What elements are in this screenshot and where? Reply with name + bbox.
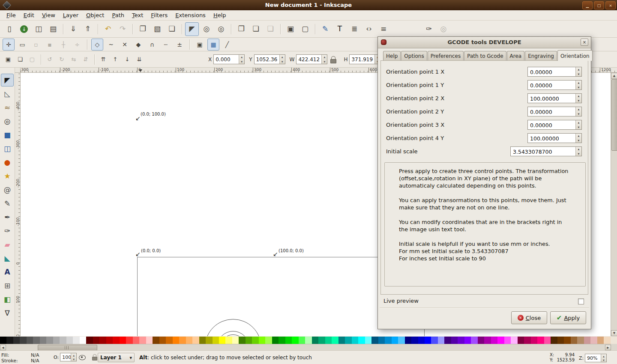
layer-lock-icon[interactable] <box>92 354 98 360</box>
palette-swatch[interactable] <box>332 337 338 344</box>
align-distribute-icon[interactable]: ≡ <box>377 22 390 36</box>
palette-swatch[interactable] <box>371 337 378 344</box>
snap-midpoints-icon[interactable]: ┄ <box>160 39 172 51</box>
palette-swatch[interactable] <box>265 337 272 344</box>
x-field[interactable]: 0.000 ▲▼ <box>213 54 245 64</box>
spin-down-icon[interactable]: ▼ <box>322 60 327 64</box>
spin-down-icon[interactable]: ▼ <box>280 60 285 64</box>
spin-value[interactable]: 0.00000 <box>528 67 575 76</box>
palette-swatch[interactable] <box>551 337 557 344</box>
y-field[interactable]: 1052.36 ▲▼ <box>254 54 285 64</box>
opacity-spinners[interactable]: ▲▼ <box>71 353 76 361</box>
opacity-value[interactable]: 100 <box>60 353 71 361</box>
palette-swatch[interactable] <box>438 337 444 344</box>
redo-icon[interactable]: ↷ <box>116 22 129 36</box>
snap-page-border-icon[interactable]: ▣ <box>194 39 206 51</box>
connector-tool[interactable]: ⊞ <box>1 279 14 292</box>
snap-bbox-icon[interactable]: ▭ <box>16 39 28 51</box>
vertical-scrollbar-thumb[interactable] <box>611 79 617 151</box>
select-all-icon[interactable]: ▣ <box>3 54 14 65</box>
tab-orientation[interactable]: Orientation <box>557 50 593 61</box>
spinbox[interactable]: 3.5433078700▲▼ <box>510 146 582 156</box>
palette-swatch[interactable] <box>252 337 258 344</box>
palette-swatch[interactable] <box>272 337 279 344</box>
spin-down-icon[interactable]: ▼ <box>239 60 244 64</box>
palette-swatch[interactable] <box>590 337 597 344</box>
snap-cusp-nodes-icon[interactable]: ◆ <box>132 39 144 51</box>
palette-swatch[interactable] <box>425 337 431 344</box>
snap-nodes-icon[interactable]: ◇ <box>91 39 103 51</box>
snap-grid-icon[interactable]: ▦ <box>207 39 219 51</box>
text-dialog-icon[interactable]: T <box>333 22 347 36</box>
x-field-spinners[interactable]: ▲▼ <box>239 55 244 64</box>
undo-icon[interactable]: ↶ <box>101 22 115 36</box>
horizontal-scrollbar-thumb[interactable] <box>38 345 97 351</box>
spin-buttons[interactable]: ▲▼ <box>575 120 581 129</box>
palette-swatch[interactable] <box>279 337 285 344</box>
select-all-layers-icon[interactable]: ❏ <box>15 54 26 65</box>
palette-swatch[interactable] <box>139 337 146 344</box>
palette-swatch[interactable] <box>557 337 564 344</box>
zoom-value[interactable]: 90% <box>585 354 601 362</box>
document-new-icon[interactable]: ▯ <box>3 22 16 36</box>
spinbox[interactable]: 0.00000▲▼ <box>527 120 582 130</box>
scroll-up-icon[interactable]: ▲ <box>611 73 617 79</box>
selector-tool[interactable]: ◤ <box>1 74 14 87</box>
spin-up-icon[interactable]: ▲ <box>576 94 581 98</box>
palette-swatch[interactable] <box>113 337 119 344</box>
palette-swatch[interactable] <box>219 337 225 344</box>
palette-swatch[interactable] <box>199 337 206 344</box>
menu-edit[interactable]: Edit <box>20 11 38 20</box>
document-open-icon[interactable]: ↓ <box>17 22 31 36</box>
maximize-button[interactable]: □ <box>594 1 604 9</box>
layer-visibility-eye-icon[interactable] <box>79 355 86 360</box>
scroll-down-icon[interactable]: ▼ <box>611 330 617 336</box>
palette-swatch[interactable] <box>451 337 458 344</box>
spin-down-icon[interactable]: ▼ <box>601 358 606 362</box>
xml-editor-icon[interactable]: ‹› <box>362 22 376 36</box>
paint-bucket-tool[interactable]: ◣ <box>1 252 14 265</box>
palette-swatch[interactable] <box>444 337 451 344</box>
palette-swatch[interactable] <box>531 337 537 344</box>
spinbox[interactable]: 0.00000▲▼ <box>527 67 582 77</box>
eraser-tool[interactable]: ▰ <box>1 238 14 251</box>
palette-swatch[interactable] <box>246 337 252 344</box>
pen-tool[interactable]: ✒ <box>1 211 14 224</box>
spinbox[interactable]: 0.00000▲▼ <box>527 107 582 116</box>
spin-up-icon[interactable]: ▲ <box>576 120 581 125</box>
calligraphy-tool[interactable]: ✑ <box>1 224 14 237</box>
spin-up-icon[interactable]: ▲ <box>576 147 581 152</box>
zoom-page-icon[interactable]: ◎ <box>214 22 228 36</box>
palette-swatch[interactable] <box>33 337 39 344</box>
width-field-value[interactable]: 422.412 <box>297 55 321 64</box>
tab-engraving[interactable]: Engraving <box>525 51 557 61</box>
spin-down-icon[interactable]: ▼ <box>576 98 581 103</box>
spin-down-icon[interactable]: ▼ <box>576 72 581 77</box>
spin-value[interactable]: 0.00000 <box>528 81 575 90</box>
palette-swatch[interactable] <box>604 337 610 344</box>
palette-swatch[interactable] <box>518 337 524 344</box>
palette-swatch[interactable] <box>106 337 113 344</box>
minimize-button[interactable]: ▁ <box>582 1 593 9</box>
palette-swatch[interactable] <box>99 337 106 344</box>
palette-swatch[interactable] <box>159 337 166 344</box>
fill-stroke-icon[interactable]: ✎ <box>318 22 332 36</box>
palette-swatch[interactable] <box>398 337 404 344</box>
spinbox[interactable]: 0.00000▲▼ <box>527 80 582 90</box>
snap-bbox-corners-icon[interactable]: ▪ <box>44 39 56 51</box>
palette-swatch[interactable] <box>40 337 46 344</box>
scroll-left-icon[interactable]: ◀ <box>0 345 6 350</box>
palette-swatch[interactable] <box>405 337 411 344</box>
paste-icon[interactable]: ▧ <box>150 22 164 36</box>
tab-preferences[interactable]: Preferences <box>428 51 464 61</box>
height-field[interactable]: 371.919 ▲▼ <box>349 54 380 64</box>
rectangle-tool[interactable]: ■ <box>1 128 14 141</box>
zoom-field[interactable]: 90% ▲▼ <box>585 354 607 362</box>
import-icon[interactable]: ⇓ <box>66 22 80 36</box>
palette-swatch[interactable] <box>584 337 590 344</box>
spin-value[interactable]: 100.00000 <box>528 134 575 143</box>
palette-swatch[interactable] <box>126 337 132 344</box>
palette-swatch[interactable] <box>13 337 20 344</box>
spin-down-icon[interactable]: ▼ <box>576 112 581 116</box>
palette-swatch[interactable] <box>0 337 6 344</box>
